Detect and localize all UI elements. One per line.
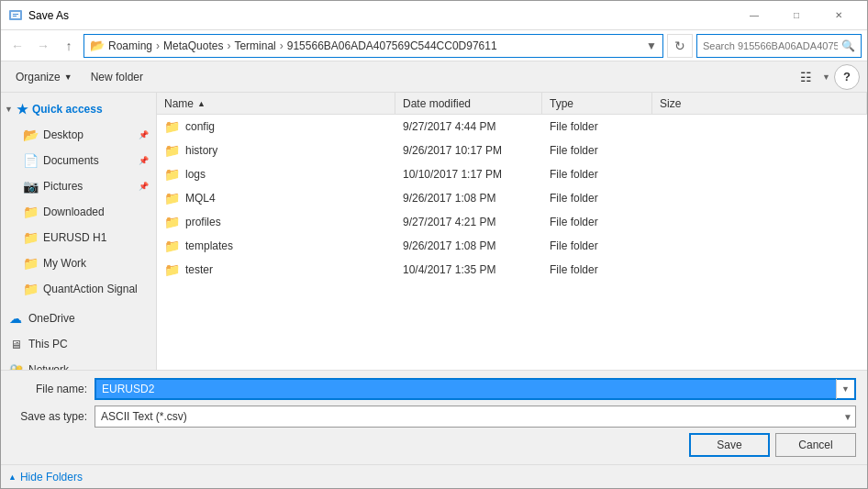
sidebar-item-eurusd[interactable]: 📁 EURUSD H1 xyxy=(1,225,156,250)
table-row[interactable]: 📁 profiles 9/27/2017 4:21 PM File folder xyxy=(157,210,867,234)
file-cell-size xyxy=(652,115,867,139)
table-row[interactable]: 📁 templates 9/26/2017 1:08 PM File folde… xyxy=(157,234,867,258)
file-name-text: tester xyxy=(185,263,213,276)
file-cell-name: 📁 profiles xyxy=(157,210,395,234)
pin-icon-pictures: 📌 xyxy=(139,182,149,191)
file-area: Name ▲ Date modified Type Size 📁 co xyxy=(157,93,867,370)
save-type-label: Save as type: xyxy=(12,410,95,423)
breadcrumb-hash: 915566BA06ADA407569C544CC0D97611 xyxy=(287,39,497,52)
file-cell-size xyxy=(652,162,867,186)
new-folder-button[interactable]: New folder xyxy=(83,65,150,89)
quantaction-folder-icon: 📁 xyxy=(23,282,38,296)
up-button[interactable]: ↑ xyxy=(58,35,80,57)
file-cell-name: 📁 history xyxy=(157,139,395,162)
file-table-header: Name ▲ Date modified Type Size xyxy=(157,93,867,115)
refresh-button[interactable]: ↻ xyxy=(667,34,693,58)
search-box[interactable]: 🔍 xyxy=(696,34,862,58)
sidebar-item-network[interactable]: 🔐 Network xyxy=(1,357,156,370)
table-row[interactable]: 📁 config 9/27/2017 4:44 PM File folder xyxy=(157,115,867,139)
sidebar-item-label-onedrive: OneDrive xyxy=(28,312,75,325)
file-name-row: File name: EURUSD2 ▼ xyxy=(12,378,856,400)
onedrive-icon: ☁ xyxy=(8,311,23,326)
sidebar-item-mywork[interactable]: 📁 My Work xyxy=(1,250,156,276)
file-cell-name: 📁 config xyxy=(157,115,395,139)
forward-button[interactable]: → xyxy=(32,35,54,57)
file-cell-type: File folder xyxy=(542,139,652,162)
minimize-button[interactable]: — xyxy=(733,1,775,30)
save-button[interactable]: Save xyxy=(689,433,770,457)
svg-rect-3 xyxy=(13,16,17,17)
folder-icon: 📁 xyxy=(164,143,180,158)
breadcrumb-roaming: Roaming xyxy=(108,39,152,52)
table-row[interactable]: 📁 MQL4 9/26/2017 1:08 PM File folder xyxy=(157,186,867,210)
col-header-name[interactable]: Name ▲ xyxy=(157,93,395,114)
cancel-button[interactable]: Cancel xyxy=(775,433,856,457)
file-cell-date: 9/26/2017 1:08 PM xyxy=(395,186,542,210)
breadcrumb-terminal: Terminal xyxy=(234,39,275,52)
sidebar-item-downloaded[interactable]: 📁 Downloaded xyxy=(1,199,156,225)
folder-icon: 📁 xyxy=(164,167,180,182)
search-input[interactable] xyxy=(703,40,838,51)
hide-folders-bar[interactable]: ▲ Hide Folders xyxy=(1,464,867,488)
file-name-dropdown-arrow[interactable]: ▼ xyxy=(836,379,854,399)
close-button[interactable]: ✕ xyxy=(818,1,860,30)
help-button[interactable]: ? xyxy=(834,64,860,90)
sidebar-item-label-eurusd: EURUSD H1 xyxy=(43,231,106,244)
sidebar-item-documents[interactable]: 📄 Documents 📌 xyxy=(1,148,156,173)
sidebar-item-quantaction[interactable]: 📁 QuantAction Signal xyxy=(1,276,156,302)
pin-icon-documents: 📌 xyxy=(139,156,149,165)
folder-icon: 📁 xyxy=(164,262,180,277)
back-button[interactable]: ← xyxy=(6,35,28,57)
quick-access-header[interactable]: ▼ ★ Quick access xyxy=(1,96,156,122)
sidebar-item-desktop[interactable]: 📂 Desktop 📌 xyxy=(1,122,156,148)
file-cell-name: 📁 tester xyxy=(157,258,395,282)
file-name-input-text: EURUSD2 xyxy=(96,380,836,398)
sidebar-item-pictures[interactable]: 📷 Pictures 📌 xyxy=(1,173,156,199)
file-cell-date: 9/27/2017 4:21 PM xyxy=(395,210,542,234)
folder-icon: 📁 xyxy=(164,215,180,229)
file-cell-type: File folder xyxy=(542,186,652,210)
dialog-title: Save As xyxy=(28,9,69,22)
file-cell-type: File folder xyxy=(542,258,652,282)
view-options-button[interactable]: ☷ xyxy=(793,65,818,89)
table-row[interactable]: 📁 history 9/26/2017 10:17 PM File folder xyxy=(157,139,867,162)
downloaded-folder-icon: 📁 xyxy=(23,205,38,219)
sidebar-item-onedrive[interactable]: ☁ OneDrive xyxy=(1,306,156,331)
file-cell-type: File folder xyxy=(542,210,652,234)
file-cell-date: 9/26/2017 10:17 PM xyxy=(395,139,542,162)
breadcrumb-path[interactable]: 📂 Roaming › MetaQuotes › Terminal › 9155… xyxy=(83,34,663,58)
file-name-text: history xyxy=(185,144,217,157)
sidebar-item-label-desktop: Desktop xyxy=(43,128,83,141)
breadcrumb-dropdown-arrow[interactable]: ▼ xyxy=(646,39,657,52)
documents-folder-icon: 📄 xyxy=(23,153,38,168)
maximize-button[interactable]: □ xyxy=(775,1,818,30)
organize-button[interactable]: Organize ▼ xyxy=(8,65,80,89)
desktop-folder-icon: 📂 xyxy=(23,128,38,142)
col-header-date[interactable]: Date modified xyxy=(395,93,542,114)
file-name-input-box[interactable]: EURUSD2 ▼ xyxy=(95,378,856,400)
file-cell-name: 📁 logs xyxy=(157,162,395,186)
search-icon: 🔍 xyxy=(841,39,855,52)
table-row[interactable]: 📁 tester 10/4/2017 1:35 PM File folder xyxy=(157,258,867,282)
address-bar: ← → ↑ 📂 Roaming › MetaQuotes › Terminal … xyxy=(1,30,867,61)
sidebar-item-thispc[interactable]: 🖥 This PC xyxy=(1,331,156,357)
col-size-label: Size xyxy=(660,97,681,110)
file-cell-size xyxy=(652,258,867,282)
main-content: ▼ ★ Quick access 📂 Desktop 📌 📄 Documents… xyxy=(1,93,867,370)
table-row[interactable]: 📁 logs 10/10/2017 1:17 PM File folder xyxy=(157,162,867,186)
col-type-label: Type xyxy=(550,97,573,110)
folder-icon: 📁 xyxy=(164,191,180,206)
col-header-type[interactable]: Type xyxy=(542,93,652,114)
view-chevron-icon: ▼ xyxy=(822,72,830,82)
file-cell-size xyxy=(652,234,867,258)
dialog-icon xyxy=(8,8,23,23)
save-type-select[interactable]: ASCII Text (*.csv) xyxy=(95,406,856,428)
save-type-select-wrapper[interactable]: ASCII Text (*.csv) ▼ xyxy=(95,406,856,428)
pin-icon-desktop: 📌 xyxy=(139,130,149,139)
col-date-label: Date modified xyxy=(403,97,471,110)
breadcrumb-sep-2: › xyxy=(227,39,230,52)
sort-arrow-icon: ▲ xyxy=(197,99,206,108)
file-name-text: logs xyxy=(185,168,206,181)
col-header-size[interactable]: Size xyxy=(652,93,867,114)
sidebar-item-label-pictures: Pictures xyxy=(43,180,83,193)
